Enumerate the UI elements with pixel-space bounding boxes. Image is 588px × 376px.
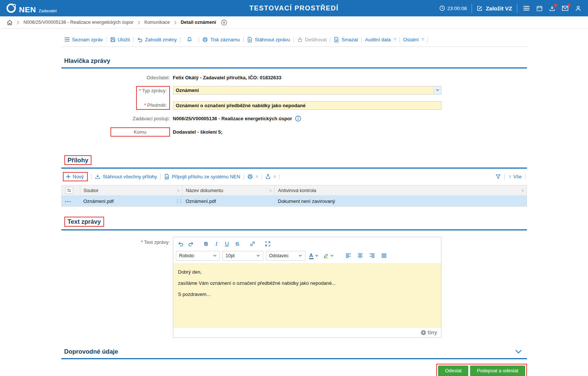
divider [472, 4, 472, 13]
sender-label: Odesílatel: [147, 75, 170, 80]
align-left-button[interactable] [344, 251, 353, 260]
new-attachment-button[interactable]: Nový [63, 172, 88, 181]
divider [293, 37, 294, 42]
strikethrough-button[interactable]: S [233, 239, 242, 249]
required-mark: * [144, 102, 146, 108]
text-color-button[interactable]: A [308, 251, 319, 260]
message-list-button[interactable]: Seznam zpráv [64, 36, 103, 43]
profile-button[interactable] [574, 4, 582, 12]
divider [91, 174, 91, 179]
export-attachments-button[interactable]: ▽ [265, 173, 276, 180]
editor-toolbar-row2: Roboto 10pt Odstavec A [173, 250, 441, 264]
app-role: Zadavatel [39, 9, 57, 13]
column-header-soubor[interactable]: Soubor ▽ [80, 185, 182, 196]
chevron-right-icon [174, 20, 177, 25]
messages-button[interactable] [561, 4, 569, 12]
notifications-bell-button[interactable] [184, 36, 195, 43]
delete-button[interactable]: Smazat [334, 36, 358, 43]
triangle-down-icon: ▽ [274, 175, 276, 178]
sliders-icon[interactable] [65, 187, 73, 194]
block-format-select[interactable]: Odstavec [266, 251, 305, 261]
chevron-right-icon [17, 20, 19, 25]
lock-icon [297, 37, 303, 42]
table-settings-header[interactable] [61, 185, 80, 196]
editor-toolbar-row1: B I U S [173, 237, 441, 250]
other-actions-button[interactable]: Ostatní ▽ [403, 36, 424, 43]
attach-from-nen-button[interactable]: Připojit přílohu ze systému NEN [164, 173, 240, 180]
document-delete-icon [334, 37, 339, 42]
info-button[interactable] [295, 115, 301, 122]
triangle-down-icon: ▽ [509, 175, 511, 178]
clock-time: 23:00:08 [447, 6, 467, 11]
row-actions-cell: ••• [61, 196, 80, 207]
chevron-down-icon [257, 255, 260, 257]
align-right-button[interactable] [367, 251, 377, 260]
download-all-attachments-button[interactable]: Stáhnout všechny přílohy [95, 173, 157, 180]
align-justify-button[interactable] [379, 251, 389, 260]
attachments-toolbar-right: ▽ Vše [495, 173, 526, 180]
recipient-value: Dodavatel - školení 5; [173, 129, 223, 135]
section-title-row: Hlavička zprávy [61, 54, 527, 68]
attachment-row[interactable]: ••• Oznámení.pdf ⋮⋮ Oznámení.pdf Dokumen… [61, 196, 527, 207]
row-menu-button[interactable]: ••• [65, 199, 72, 204]
view-all-button[interactable]: ▽ Vše [508, 173, 522, 180]
select-arrow[interactable] [434, 86, 441, 94]
expand-section-button[interactable] [513, 350, 524, 354]
column-filter-icon[interactable]: ▽ [521, 189, 524, 192]
nen-logo[interactable]: NEN Zadavatel [6, 3, 57, 13]
chevron-down-icon [436, 89, 439, 91]
chevron-down-icon [213, 255, 216, 257]
column-header-nazev[interactable]: Název dokumentu ▽ [182, 185, 274, 196]
editor-paragraph: Dobrý den, [178, 269, 436, 275]
align-center-button[interactable] [356, 251, 365, 260]
editor-paragraph: S pozdravem... [178, 291, 436, 297]
redo-button[interactable] [186, 239, 196, 249]
editor-content[interactable]: Dobrý den, zasíláme Vám oznámení o označ… [173, 264, 441, 328]
divider [133, 37, 134, 42]
send-button[interactable]: Odeslat [438, 366, 468, 376]
column-filter-icon[interactable]: ▽ [177, 189, 179, 192]
procedure-label: Zadávací postup: [133, 116, 170, 121]
calendar-button[interactable] [536, 4, 543, 12]
subject-input[interactable]: Oznámení o označení předběžné nabídky ja… [173, 101, 441, 110]
highlighter-icon [323, 253, 329, 259]
print-record-button[interactable]: Tisk záznamu [202, 36, 240, 43]
topbar-actions: 23:00:08 Založit VZ [439, 4, 582, 13]
hamburger-icon [523, 5, 530, 11]
fullscreen-button[interactable] [263, 239, 273, 249]
highlight-color-button[interactable] [322, 251, 335, 260]
italic-button[interactable]: I [212, 239, 221, 249]
font-family-select[interactable]: Roboto [176, 251, 220, 261]
breadcrumb-item-procedure[interactable]: N006/25/V00005136 - Realizace energetick… [23, 20, 134, 25]
print-attachments-button[interactable]: ▽ [247, 173, 258, 180]
section-attachments: Přílohy Nový Stáhnout všechny přílohy Př… [61, 152, 527, 207]
breadcrumb-item-komunikace[interactable]: Komunikace [144, 20, 170, 25]
link-button[interactable] [248, 239, 257, 249]
font-size-select[interactable]: 10pt [222, 251, 263, 261]
download-message-button[interactable]: Stáhnout zprávu [247, 36, 290, 43]
drag-handle-icon[interactable]: ⋮⋮ [175, 198, 182, 204]
column-filter-icon[interactable]: ▽ [269, 189, 271, 192]
chevron-down-icon [330, 255, 334, 257]
column-header-antivir[interactable]: Antivirová kontrola ▽ [274, 185, 527, 196]
notification-badge [554, 4, 557, 7]
save-button[interactable]: Uložit [110, 36, 130, 43]
undo-button[interactable] [176, 239, 185, 249]
filter-button[interactable] [495, 173, 501, 180]
close-tab-button[interactable] [221, 19, 227, 26]
audit-data-button[interactable]: Auditní data ▽ [365, 36, 396, 43]
home-button[interactable] [7, 20, 13, 25]
divider [244, 174, 244, 179]
discard-changes-button[interactable]: Zahodit změny [137, 36, 177, 43]
top-header: NEN Zadavatel TESTOVACÍ PROSTŘEDÍ 23:00:… [0, 0, 588, 16]
create-vz-button[interactable]: Založit VZ [477, 5, 512, 12]
underline-button[interactable]: U [222, 239, 232, 249]
menu-button[interactable] [522, 4, 531, 12]
downloads-button[interactable] [548, 4, 556, 12]
recipient-button[interactable]: Komu [110, 127, 170, 137]
message-type-select[interactable]: Oznámení [173, 86, 441, 95]
sign-and-send-button[interactable]: Podepsat a odeslat [470, 366, 525, 376]
download-icon [95, 174, 100, 179]
bold-button[interactable]: B [202, 239, 211, 249]
undo-icon [137, 37, 143, 42]
